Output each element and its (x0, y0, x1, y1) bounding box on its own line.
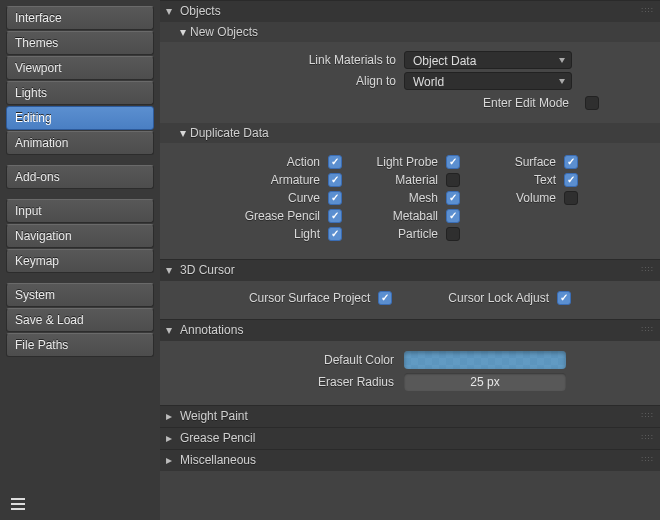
disclosure-right-icon: ▸ (166, 431, 176, 445)
duplicate-action-checkbox[interactable] (328, 155, 342, 169)
eraser-radius-field[interactable]: 25 px (404, 373, 566, 391)
sidebar-item-navigation[interactable]: Navigation (6, 224, 154, 248)
sidebar-item-interface[interactable]: Interface (6, 6, 154, 30)
sidebar-item-input[interactable]: Input (6, 199, 154, 223)
panel-grease-pencil-header[interactable]: ▸Grease Pencil:::: (160, 427, 660, 449)
sidebar-item-editing[interactable]: Editing (6, 106, 154, 130)
panel-title: Weight Paint (180, 409, 248, 423)
duplicate-curve-checkbox[interactable] (328, 191, 342, 205)
duplicate-curve-label: Curve (228, 191, 328, 205)
duplicate-armature-label: Armature (228, 173, 328, 187)
panel-miscellaneous-header[interactable]: ▸Miscellaneous:::: (160, 449, 660, 471)
panel-title: Miscellaneous (180, 453, 256, 467)
eraser-radius-label: Eraser Radius (174, 375, 404, 389)
duplicate-light-probe-label: Light Probe (346, 155, 446, 169)
drag-grip-icon[interactable]: :::: (641, 264, 654, 273)
enter-edit-mode-checkbox[interactable] (585, 96, 599, 110)
panel-objects-header[interactable]: ▾ Objects :::: (160, 0, 660, 22)
duplicate-mesh-label: Mesh (346, 191, 446, 205)
sidebar-item-file-paths[interactable]: File Paths (6, 333, 154, 357)
subpanel-duplicate-header[interactable]: ▾ Duplicate Data (160, 123, 660, 143)
duplicate-light-label: Light (228, 227, 328, 241)
preferences-main: ▾ Objects :::: ▾ New Objects Link Materi… (160, 0, 660, 520)
disclosure-right-icon: ▸ (166, 453, 176, 467)
duplicate-light-probe-checkbox[interactable] (446, 155, 460, 169)
panel-title: Annotations (180, 323, 243, 337)
subpanel-title: Duplicate Data (190, 126, 269, 140)
link-materials-label: Link Materials to (174, 53, 404, 67)
enter-edit-mode-label: Enter Edit Mode (437, 96, 577, 110)
sidebar-item-keymap[interactable]: Keymap (6, 249, 154, 273)
panel-annotations-body: Default Color Eraser Radius 25 px (160, 341, 660, 405)
duplicate-action-label: Action (228, 155, 328, 169)
duplicate-surface-label: Surface (464, 155, 564, 169)
duplicate-grease-pencil-checkbox[interactable] (328, 209, 342, 223)
duplicate-volume-checkbox[interactable] (564, 191, 578, 205)
duplicate-text-checkbox[interactable] (564, 173, 578, 187)
sidebar-item-save-load[interactable]: Save & Load (6, 308, 154, 332)
drag-grip-icon[interactable]: :::: (641, 324, 654, 333)
sidebar-item-add-ons[interactable]: Add-ons (6, 165, 154, 189)
subpanel-new-objects-body: Link Materials to Object Data Align to W… (160, 42, 660, 123)
duplicate-particle-label: Particle (346, 227, 446, 241)
duplicate-metaball-label: Metaball (346, 209, 446, 223)
sidebar-item-system[interactable]: System (6, 283, 154, 307)
disclosure-down-icon: ▾ (180, 126, 186, 140)
subpanel-new-objects-header[interactable]: ▾ New Objects (160, 22, 660, 42)
duplicate-armature-checkbox[interactable] (328, 173, 342, 187)
drag-grip-icon[interactable]: :::: (641, 432, 654, 441)
disclosure-right-icon: ▸ (166, 409, 176, 423)
cursor-lock-adjust-checkbox[interactable] (557, 291, 571, 305)
drag-grip-icon[interactable]: :::: (641, 5, 654, 14)
duplicate-light-checkbox[interactable] (328, 227, 342, 241)
sidebar-item-viewport[interactable]: Viewport (6, 56, 154, 80)
cursor-surface-project-label: Cursor Surface Project (249, 291, 378, 305)
panel-3dcursor-header[interactable]: ▾ 3D Cursor :::: (160, 259, 660, 281)
duplicate-material-checkbox[interactable] (446, 173, 460, 187)
sidebar-item-themes[interactable]: Themes (6, 31, 154, 55)
sidebar-item-lights[interactable]: Lights (6, 81, 154, 105)
panel-title: 3D Cursor (180, 263, 235, 277)
duplicate-surface-checkbox[interactable] (564, 155, 578, 169)
link-materials-select[interactable]: Object Data (404, 51, 572, 69)
subpanel-duplicate-body: ActionArmatureCurveGrease PencilLightLig… (160, 143, 660, 259)
panel-weight-paint-header[interactable]: ▸Weight Paint:::: (160, 405, 660, 427)
panel-title: Objects (180, 4, 221, 18)
drag-grip-icon[interactable]: :::: (641, 454, 654, 463)
disclosure-down-icon: ▾ (180, 25, 186, 39)
subpanel-title: New Objects (190, 25, 258, 39)
preferences-sidebar: InterfaceThemesViewportLightsEditingAnim… (0, 0, 160, 520)
disclosure-down-icon: ▾ (166, 4, 176, 18)
panel-annotations-header[interactable]: ▾ Annotations :::: (160, 319, 660, 341)
duplicate-particle-checkbox[interactable] (446, 227, 460, 241)
default-color-label: Default Color (174, 353, 404, 367)
drag-grip-icon[interactable]: :::: (641, 410, 654, 419)
menu-icon[interactable] (8, 494, 28, 514)
duplicate-metaball-checkbox[interactable] (446, 209, 460, 223)
align-to-select[interactable]: World (404, 72, 572, 90)
panel-title: Grease Pencil (180, 431, 255, 445)
duplicate-text-label: Text (464, 173, 564, 187)
disclosure-down-icon: ▾ (166, 263, 176, 277)
panel-3dcursor-body: Cursor Surface Project Cursor Lock Adjus… (160, 281, 660, 319)
default-color-swatch[interactable] (404, 351, 566, 369)
duplicate-volume-label: Volume (464, 191, 564, 205)
duplicate-material-label: Material (346, 173, 446, 187)
duplicate-grease-pencil-label: Grease Pencil (228, 209, 328, 223)
duplicate-mesh-checkbox[interactable] (446, 191, 460, 205)
cursor-lock-adjust-label: Cursor Lock Adjust (448, 291, 557, 305)
disclosure-down-icon: ▾ (166, 323, 176, 337)
align-to-label: Align to (174, 74, 404, 88)
sidebar-item-animation[interactable]: Animation (6, 131, 154, 155)
cursor-surface-project-checkbox[interactable] (378, 291, 392, 305)
